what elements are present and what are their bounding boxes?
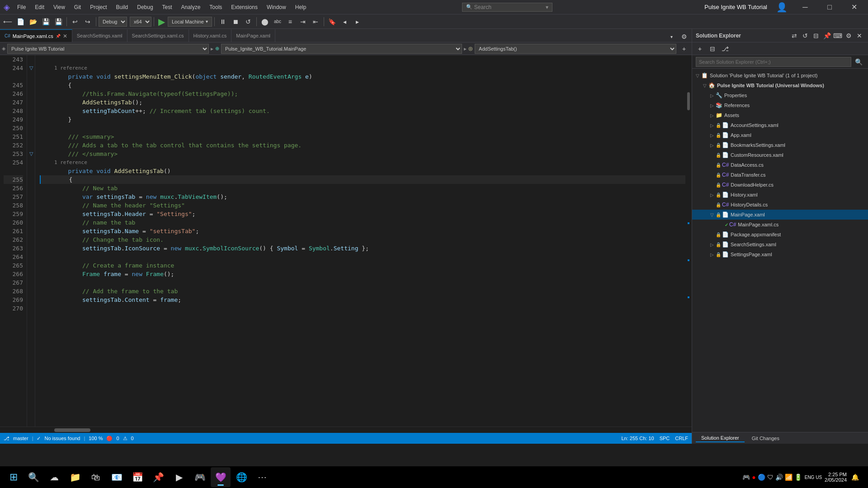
tree-downloadhelper[interactable]: 🔒 C# DownloadHelper.cs: [692, 180, 868, 190]
toolbar-back-btn[interactable]: ⟵: [2, 16, 14, 27]
toolbar-open-btn[interactable]: 📂: [27, 16, 39, 27]
toolbar-indent-btn[interactable]: ⇥: [297, 16, 309, 27]
se-search-btn[interactable]: 🔍: [853, 58, 864, 66]
toolbar-abc-btn[interactable]: abc: [272, 16, 283, 27]
status-encoding[interactable]: SPC: [660, 436, 670, 441]
status-warns[interactable]: 0: [131, 436, 134, 441]
taskbar-calendar[interactable]: 📅: [127, 467, 147, 487]
status-issues[interactable]: No issues found: [44, 436, 80, 441]
se-close-btn[interactable]: ✕: [854, 31, 864, 41]
status-cursor-pos[interactable]: Ln: 255 Ch: 10: [621, 436, 654, 441]
lang-indicator[interactable]: ENG US: [805, 475, 822, 480]
toolbar-breakpoint-btn[interactable]: ⬤: [259, 16, 271, 27]
code-editor[interactable]: 243 244 245 246 247 248 249 250 251 252 …: [0, 55, 692, 427]
taskbar-explorer[interactable]: 📁: [65, 467, 85, 487]
notification-btn[interactable]: 🔔: [849, 474, 861, 481]
toolbar-restart-btn[interactable]: ↺: [242, 16, 254, 27]
toolbar-bookmark-btn[interactable]: 🔖: [326, 16, 338, 27]
toolbar-format-btn[interactable]: ≡: [284, 16, 296, 27]
menu-help[interactable]: Help: [292, 2, 310, 12]
tree-properties[interactable]: ▷ 🔧 Properties: [692, 90, 868, 100]
tree-mainpage-cs[interactable]: ✓ C# MainPage.xaml.cs: [692, 220, 868, 230]
tab-mainpage-xaml-cs[interactable]: C# MainPage.xaml.cs 📌 ✕: [0, 29, 72, 42]
tab-solution-explorer-bottom[interactable]: Solution Explorer: [696, 434, 745, 442]
toolbar-new-file-btn[interactable]: 📄: [14, 16, 26, 27]
se-settings-btn[interactable]: ⚙: [844, 31, 854, 41]
tree-references[interactable]: ▷ 📚 References: [692, 100, 868, 110]
taskbar-mail[interactable]: 📧: [107, 467, 127, 487]
menu-project[interactable]: Project: [86, 2, 110, 12]
tree-settingspage[interactable]: ▷ 🔒 📄 SettingsPage.xaml: [692, 249, 868, 259]
tray-antivirus[interactable]: ●: [752, 474, 755, 481]
status-line-ending[interactable]: CRLF: [675, 436, 688, 441]
toolbar-redo-btn[interactable]: ↪: [82, 16, 94, 27]
tray-shield[interactable]: 🛡: [767, 474, 774, 481]
menu-view[interactable]: View: [50, 2, 69, 12]
scroll-thumb-h[interactable]: [54, 428, 90, 432]
tray-nvidia[interactable]: 🎮: [742, 474, 750, 481]
code-nav-select-3[interactable]: AddSettingsTab(): [475, 44, 676, 54]
local-machine-button[interactable]: Local Machine ▾: [168, 17, 212, 27]
minimize-button[interactable]: ─: [795, 0, 816, 14]
tree-historydetails[interactable]: 🔒 C# HistoryDetails.cs: [692, 200, 868, 210]
taskbar-xbox[interactable]: 🎮: [190, 467, 210, 487]
tray-audio[interactable]: 🔊: [775, 474, 783, 481]
tree-bookmarkssettings[interactable]: ▷ 🔒 📄 BookmarksSettings.xaml: [692, 140, 868, 150]
tabs-settings-btn[interactable]: ⚙: [678, 31, 690, 42]
menu-debug[interactable]: Debug: [133, 2, 156, 12]
toolbar-save-all-btn[interactable]: 💾: [52, 16, 64, 27]
toolbar-pause-btn[interactable]: ⏸: [217, 16, 229, 27]
menu-extensions[interactable]: Extensions: [227, 2, 261, 12]
toolbar-undo-btn[interactable]: ↩: [69, 16, 81, 27]
se-pin-btn[interactable]: 📌: [822, 31, 832, 41]
tree-package[interactable]: 🔒 📄 Package.appxmanifest: [692, 230, 868, 239]
menu-tools[interactable]: Tools: [206, 2, 226, 12]
taskbar-store[interactable]: 🛍: [86, 467, 106, 487]
status-zoom[interactable]: 100 %: [89, 436, 103, 441]
toolbar-save-btn[interactable]: 💾: [40, 16, 52, 27]
menu-build[interactable]: Build: [113, 2, 132, 12]
run-button[interactable]: ▶: [156, 16, 167, 27]
tree-solution-root[interactable]: ▽ 📋 Solution 'Pulse Ignite WB Tutorial' …: [692, 70, 868, 80]
code-nav-select-2[interactable]: Pulse_Ignite_WB_Tutorial.MainPage: [221, 44, 462, 54]
menu-window[interactable]: Window: [263, 2, 290, 12]
platform-select[interactable]: x64: [130, 17, 151, 27]
clock[interactable]: 2:25 PM 2/05/2024: [825, 472, 847, 483]
title-search-container[interactable]: 🔍 Search ▾: [462, 3, 552, 12]
menu-analyze[interactable]: Analyze: [178, 2, 204, 12]
tab-searchsettings-cs[interactable]: SearchSettings.xaml.cs: [127, 29, 189, 42]
menu-git[interactable]: Git: [71, 2, 85, 12]
tab-history-cs[interactable]: History.xaml.cs: [189, 29, 232, 42]
taskbar-more[interactable]: ⋯: [252, 467, 272, 487]
debug-config-select[interactable]: Debug: [99, 17, 127, 27]
tree-searchsettings[interactable]: ▷ 🔒 📄 SearchSettings.xaml: [692, 239, 868, 249]
menu-edit[interactable]: Edit: [31, 2, 48, 12]
menu-file[interactable]: File: [14, 2, 29, 12]
toolbar-outdent-btn[interactable]: ⇤: [310, 16, 321, 27]
taskbar-search[interactable]: 🔍: [24, 467, 43, 487]
scroll-thumb[interactable]: [687, 92, 690, 110]
menu-test[interactable]: Test: [159, 2, 176, 12]
taskbar-weather[interactable]: ☁: [44, 467, 64, 487]
user-avatar[interactable]: 👤: [776, 2, 788, 13]
tray-browser-ext[interactable]: 🔵: [758, 474, 765, 481]
taskbar-vs[interactable]: 💜: [211, 467, 231, 487]
taskbar-sticky[interactable]: 📌: [148, 467, 168, 487]
se-sync-btn[interactable]: ⇄: [789, 31, 799, 41]
tab-mainpage-xaml[interactable]: MainPage.xaml: [231, 29, 275, 42]
tree-customresources[interactable]: 🔒 📄 CustomResources.xaml: [692, 150, 868, 160]
tree-appxaml[interactable]: ▷ 🔒 📄 App.xaml: [692, 130, 868, 140]
tree-history[interactable]: ▷ 🔒 📄 History.xaml: [692, 190, 868, 200]
tab-git-changes[interactable]: Git Changes: [746, 435, 785, 442]
toolbar-stop-btn[interactable]: ⏹: [230, 16, 241, 27]
tray-battery[interactable]: 🔋: [794, 474, 802, 481]
tab-close-mainpage-cs[interactable]: ✕: [63, 33, 67, 39]
fold-arrow-244[interactable]: ▽: [27, 64, 35, 72]
tree-dataaccess[interactable]: 🔒 C# DataAccess.cs: [692, 160, 868, 170]
code-nav-add-btn[interactable]: +: [678, 43, 690, 54]
status-branch[interactable]: master: [13, 436, 28, 441]
status-errors[interactable]: 0: [116, 436, 119, 441]
code-nav-select-1[interactable]: Pulse Ignite WB Tutorial: [7, 44, 209, 54]
horizontal-scrollbar[interactable]: [0, 427, 692, 433]
fold-arrow-254[interactable]: ▽: [27, 150, 35, 158]
